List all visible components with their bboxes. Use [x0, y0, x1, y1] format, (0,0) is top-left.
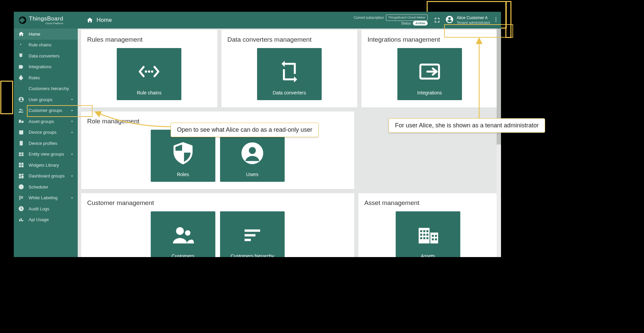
svg-rect-21 — [426, 234, 428, 236]
tile-label: Assets — [421, 253, 435, 257]
sidebar-item-label: Entity view groups — [29, 152, 70, 157]
sidebar-item-label: Dashboard groups — [29, 173, 70, 178]
tile-label: Customers hierarchy — [230, 253, 274, 257]
tile-label: Users — [246, 172, 259, 177]
sidebar-item-label: Device profiles — [29, 141, 74, 146]
section-title: Integrations management — [367, 36, 440, 43]
svg-rect-19 — [420, 234, 422, 236]
svg-point-9 — [176, 227, 184, 235]
brand-title: ThingsBoard — [29, 16, 63, 22]
user-icon — [18, 96, 24, 102]
sidebar-item-device-profiles[interactable]: Device profiles — [14, 138, 78, 149]
home-icon — [86, 17, 93, 24]
sidebar-item-label: Roles — [29, 75, 74, 80]
svg-rect-26 — [435, 235, 437, 237]
sidebar-item-label: Device groups — [29, 130, 70, 135]
svg-rect-20 — [423, 234, 425, 236]
widgets-icon — [18, 162, 24, 168]
svg-point-3 — [145, 71, 147, 73]
section-title: Asset management — [364, 199, 420, 207]
sidebar-item-data-converters[interactable]: Data converters — [14, 50, 78, 61]
customers-icon — [171, 222, 195, 247]
chevron-down-icon — [70, 174, 74, 178]
hierarchy-icon — [18, 86, 24, 92]
sidebar-item-label: Rule chains — [29, 42, 74, 47]
converters-icon — [277, 59, 302, 84]
tile-label: Data converters — [273, 90, 306, 95]
section-asset-management: Asset managementAssets — [358, 193, 498, 257]
svg-rect-27 — [432, 238, 434, 240]
page-title: Home — [86, 17, 112, 24]
tile-integrations[interactable]: Integrations — [397, 48, 462, 100]
svg-rect-24 — [426, 237, 428, 239]
tile-data-converters[interactable]: Data converters — [257, 48, 322, 100]
tile-roles[interactable]: Roles — [151, 130, 215, 182]
devices-icon — [18, 129, 24, 135]
sidebar-item-label: White Labeling — [29, 195, 70, 200]
section-data-converters-management: Data converters managementData converter… — [221, 30, 358, 108]
sidebar-item-label: Customers hierarchy — [29, 86, 74, 91]
more-menu-button[interactable] — [491, 16, 501, 24]
user-name: Alice Customer A — [457, 15, 490, 20]
sidebar-item-widgets-library[interactable]: Widgets Library — [14, 160, 78, 171]
hierarchy-icon — [240, 222, 265, 247]
tile-rule-chains[interactable]: Rule chains — [117, 48, 181, 100]
tile-customers-hierarchy[interactable]: Customers hierarchy — [220, 211, 285, 257]
sidebar-item-label: Audit Logs — [29, 206, 74, 211]
sidebar-item-dashboard-groups[interactable]: Dashboard groups — [14, 171, 78, 182]
sidebar-item-device-groups[interactable]: Device groups — [14, 127, 78, 138]
profile-icon — [18, 140, 24, 146]
svg-rect-11 — [245, 230, 260, 232]
customers-icon — [18, 108, 24, 114]
status-chip: Active — [413, 21, 428, 26]
converters-icon — [18, 53, 24, 59]
section-title: Customer management — [87, 199, 154, 207]
svg-rect-15 — [430, 233, 438, 243]
entity-icon — [18, 151, 24, 157]
integration-icon — [417, 59, 442, 84]
plan-chip[interactable]: ThingsBoard Cloud Maker — [386, 14, 428, 20]
tile-users[interactable]: Users — [220, 130, 285, 182]
rule-chain-icon — [137, 59, 162, 84]
sidebar-item-integrations[interactable]: Integrations — [14, 61, 78, 73]
callout-left: Open to see what Alice can do as a read-… — [171, 123, 319, 137]
svg-rect-25 — [432, 235, 434, 237]
scrollbar-track[interactable] — [497, 29, 501, 257]
tile-label: Customers — [172, 253, 194, 257]
sidebar-item-scheduler[interactable]: Scheduler — [14, 181, 78, 193]
brand-block[interactable]: ThingsBoard Cloud Platform — [14, 12, 78, 29]
sidebar-item-rule-chains[interactable]: Rule chains — [14, 40, 78, 51]
svg-rect-23 — [423, 237, 425, 239]
sidebar-item-api-usage[interactable]: Api Usage — [14, 214, 78, 225]
subscription-info: Current subscription ThingsBoard Cloud M… — [354, 14, 428, 26]
tile-assets[interactable]: Assets — [396, 211, 460, 257]
api-icon — [18, 217, 24, 223]
svg-rect-22 — [420, 237, 422, 239]
svg-point-5 — [151, 71, 153, 73]
sidebar-item-customer-groups[interactable]: Customer groups — [14, 105, 78, 116]
sidebar-item-asset-groups[interactable]: Asset groups — [14, 116, 78, 127]
sidebar-item-label: Integrations — [29, 64, 74, 69]
user-menu[interactable]: Alice Customer A Tenant administrator — [445, 15, 490, 25]
svg-rect-16 — [420, 230, 422, 232]
callout-right: For user Alice, she is shown as a tenant… — [389, 118, 545, 133]
tile-customers[interactable]: Customers — [151, 211, 215, 257]
fullscreen-button[interactable] — [431, 14, 443, 26]
sidebar-item-label: Data converters — [29, 53, 74, 58]
integration-icon — [18, 64, 24, 70]
sidebar-item-label: Scheduler — [29, 184, 74, 190]
sidebar-item-home[interactable]: Home — [14, 29, 78, 40]
sidebar-item-customers-hierarchy[interactable]: Customers hierarchy — [14, 83, 78, 94]
brand-logo-icon — [18, 16, 27, 25]
sidebar-item-entity-view-groups[interactable]: Entity view groups — [14, 149, 78, 160]
section-rules-management: Rules managementRule chains — [81, 30, 217, 108]
svg-point-2 — [496, 21, 497, 22]
sidebar-item-white-labeling[interactable]: White Labeling — [14, 193, 78, 204]
sidebar-item-user-groups[interactable]: User groups — [14, 94, 78, 105]
tile-label: Integrations — [417, 90, 442, 95]
section-integrations-management: Integrations managementIntegrations — [361, 30, 498, 108]
sidebar-item-roles[interactable]: Roles — [14, 72, 78, 83]
user-avatar-icon — [445, 15, 454, 25]
whitelabel-icon — [18, 195, 24, 201]
sidebar-item-audit-logs[interactable]: Audit Logs — [14, 203, 78, 214]
